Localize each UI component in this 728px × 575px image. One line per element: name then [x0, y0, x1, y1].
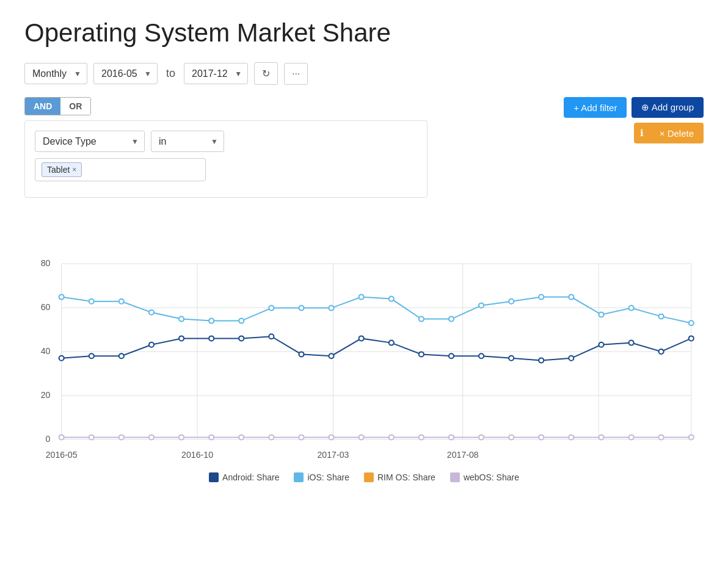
svg-text:2016-10: 2016-10 — [181, 450, 213, 460]
webos-point-0 — [59, 435, 64, 439]
svg-text:2016-05: 2016-05 — [46, 450, 78, 460]
or-button[interactable]: OR — [60, 98, 90, 115]
device-type-wrapper: Device Type ▼ — [35, 131, 145, 152]
ios-point-13 — [449, 317, 454, 322]
android-point-15 — [509, 356, 514, 361]
android-point-3 — [149, 342, 154, 347]
more-options-button[interactable]: ··· — [284, 63, 308, 85]
webos-point-3 — [149, 435, 154, 439]
webos-point-10 — [359, 435, 364, 439]
date-from-wrapper: 2016-05 ▼ — [93, 63, 158, 84]
legend-label-rim: RIM OS: Share — [377, 472, 435, 482]
android-point-11 — [389, 341, 394, 345]
android-point-17 — [569, 356, 573, 361]
legend-label-ios: iOS: Share — [307, 472, 349, 482]
legend-color-rim — [364, 472, 374, 482]
add-group-button[interactable]: ⊕ Add group — [632, 97, 704, 118]
ios-point-2 — [119, 299, 124, 304]
ios-point-18 — [599, 312, 603, 317]
webos-point-17 — [569, 435, 573, 439]
ios-point-20 — [659, 314, 664, 319]
ios-point-1 — [89, 299, 94, 304]
webos-point-16 — [539, 435, 544, 439]
android-point-12 — [419, 352, 424, 356]
android-point-10 — [359, 336, 364, 341]
webos-point-8 — [299, 435, 304, 439]
webos-point-6 — [239, 435, 244, 439]
controls-row: Monthly Weekly Daily ▼ 2016-05 ▼ to 2017… — [24, 62, 704, 85]
legend-item-rim: RIM OS: Share — [364, 472, 435, 482]
android-point-13 — [449, 353, 454, 358]
tag-row: Tablet × — [35, 158, 417, 181]
and-button[interactable]: AND — [25, 98, 60, 115]
ios-point-8 — [299, 306, 304, 311]
webos-point-13 — [449, 435, 454, 439]
android-point-19 — [629, 341, 634, 345]
android-point-14 — [479, 353, 484, 358]
webos-point-14 — [479, 435, 484, 439]
legend-item-webos: webOS: Share — [450, 472, 519, 482]
legend-color-android — [209, 472, 219, 482]
filter-box: Device Type ▼ in not in ▼ Tablet × — [24, 120, 428, 198]
webos-point-20 — [659, 435, 664, 439]
android-point-8 — [299, 352, 304, 356]
ios-point-15 — [509, 299, 514, 304]
android-point-20 — [659, 349, 664, 354]
android-point-1 — [89, 353, 94, 358]
android-point-5 — [209, 336, 214, 341]
tablet-tag: Tablet × — [42, 162, 82, 177]
filter-top-row: AND OR Device Type ▼ in not in ▼ — [24, 95, 704, 210]
webos-point-12 — [419, 435, 424, 439]
android-point-0 — [59, 356, 64, 361]
legend-item-ios: iOS: Share — [294, 472, 349, 482]
webos-point-11 — [389, 435, 394, 439]
tablet-tag-remove[interactable]: × — [72, 165, 76, 174]
to-label: to — [164, 67, 178, 80]
android-point-18 — [599, 342, 603, 347]
svg-text:80: 80 — [41, 258, 51, 268]
refresh-button[interactable]: ↻ — [254, 62, 278, 85]
legend-label-webos: webOS: Share — [464, 472, 519, 482]
ios-point-12 — [419, 317, 424, 322]
ios-point-4 — [179, 317, 184, 322]
ios-point-7 — [269, 306, 274, 311]
date-from-select[interactable]: 2016-05 — [93, 63, 158, 84]
ios-point-0 — [59, 295, 64, 300]
android-point-2 — [119, 353, 124, 358]
ios-point-5 — [209, 319, 214, 324]
frequency-select[interactable]: Monthly Weekly Daily — [24, 63, 87, 84]
info-button[interactable]: ℹ — [634, 123, 650, 143]
chart-container: .grid-line { stroke: #e0e0e0; stroke-wid… — [24, 220, 704, 482]
svg-text:0: 0 — [46, 434, 51, 444]
ios-point-21 — [689, 320, 694, 325]
ios-point-11 — [389, 297, 394, 302]
device-type-select[interactable]: Device Type — [35, 131, 145, 152]
date-to-select[interactable]: 2017-12 — [184, 63, 248, 84]
delete-button[interactable]: × Delete — [650, 123, 704, 143]
svg-text:2017-08: 2017-08 — [447, 450, 479, 460]
ios-point-16 — [539, 295, 544, 300]
webos-point-5 — [209, 435, 214, 439]
legend-color-webos — [450, 472, 460, 482]
operator-wrapper: in not in ▼ — [151, 131, 224, 152]
android-point-16 — [539, 358, 544, 363]
android-point-7 — [269, 334, 274, 339]
android-point-4 — [179, 336, 184, 341]
svg-text:2017-03: 2017-03 — [318, 450, 349, 460]
android-point-6 — [239, 336, 244, 341]
ios-point-10 — [359, 295, 364, 300]
ios-point-6 — [239, 319, 244, 324]
add-filter-button[interactable]: + Add filter — [564, 97, 627, 118]
tag-input[interactable]: Tablet × — [35, 158, 206, 181]
legend-label-android: Android: Share — [222, 472, 279, 482]
webos-point-1 — [89, 435, 94, 439]
svg-text:60: 60 — [41, 302, 51, 312]
ios-point-14 — [479, 303, 484, 308]
android-point-21 — [689, 336, 694, 341]
operator-select[interactable]: in not in — [151, 131, 224, 152]
date-to-wrapper: 2017-12 ▼ — [184, 63, 248, 84]
ios-point-17 — [569, 295, 573, 300]
ios-point-19 — [629, 306, 634, 311]
webos-point-2 — [119, 435, 124, 439]
frequency-select-wrapper: Monthly Weekly Daily ▼ — [24, 63, 87, 84]
